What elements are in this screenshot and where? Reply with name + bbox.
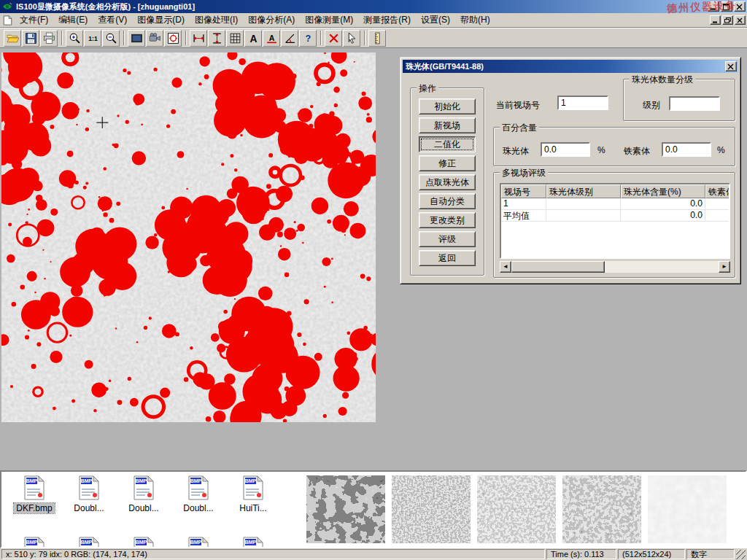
measure-angle-button[interactable] (281, 30, 298, 47)
grade-level-label: 级别 (643, 99, 660, 112)
camera-button[interactable] (146, 30, 163, 47)
op-button-auto-classify[interactable]: 自动分类 (419, 193, 476, 209)
thumbnail-1[interactable] (306, 475, 385, 543)
dialog-title-bar[interactable]: 珠光体(GB/T9441-88) (403, 60, 738, 73)
maximize-button[interactable] (721, 1, 732, 12)
scroll-right-arrow[interactable]: ► (719, 261, 730, 273)
child-minimize-button[interactable] (710, 15, 721, 25)
title-bar[interactable]: IS100显微摄像系统(金相分析版) - [zhuguangti01] (0, 0, 747, 13)
open-button[interactable] (4, 30, 21, 47)
measure-vertical-button[interactable] (208, 30, 225, 47)
print-button[interactable] (40, 30, 58, 47)
scroll-left-arrow[interactable]: ◄ (500, 261, 511, 273)
workspace: 珠光体(GB/T9441-88) 操作 初始化新视场二值化修正点取珠光体自动分类… (0, 48, 747, 470)
file-item-huiti-[interactable]: BMPHuiTi... (228, 475, 279, 513)
column-header-3[interactable]: 铁素体含量(%) (705, 184, 730, 198)
child-close-button[interactable] (735, 15, 746, 25)
menu-item-image-process[interactable]: 图像处理(I) (190, 12, 243, 28)
actual-size-button[interactable]: 1:1 (84, 30, 101, 47)
menu-item-view[interactable]: 查看(V) (93, 12, 132, 28)
svg-text:BMP: BMP (245, 540, 257, 545)
scroll-track[interactable] (511, 261, 719, 273)
file-item-partial-3[interactable]: BMP (173, 537, 224, 548)
table-horizontal-scrollbar[interactable]: ◄ ► (500, 261, 730, 273)
thumbnail-3[interactable] (477, 475, 556, 543)
grade-level-input[interactable] (669, 96, 720, 111)
dialog-close-icon (727, 63, 735, 70)
menu-item-measure-report[interactable]: 测量报告(R) (358, 12, 416, 28)
op-button-new-field[interactable]: 新视场 (419, 117, 476, 133)
menu-item-image-display[interactable]: 图像显示(D) (132, 12, 190, 28)
zoom-out-button[interactable] (102, 30, 120, 47)
file-item-doubl-[interactable]: BMPDoubl... (173, 475, 224, 513)
menu-item-file[interactable]: 文件(F) (15, 12, 53, 28)
column-header-2[interactable]: 珠光体含量(%) (621, 184, 705, 198)
close-button[interactable] (734, 1, 746, 12)
op-button-return[interactable]: 返回 (419, 250, 476, 266)
bmp-file-icon: BMP (22, 475, 47, 500)
menu-item-help[interactable]: 帮助(H) (455, 12, 495, 28)
file-item-partial-2[interactable]: BMP (118, 537, 169, 548)
font-style-icon: A (266, 32, 278, 44)
delete-measure-button[interactable] (325, 30, 342, 47)
measure-grid-button[interactable] (226, 30, 244, 47)
save-button[interactable] (22, 30, 39, 47)
minimize-button[interactable] (708, 1, 719, 12)
font-style-button[interactable]: A (263, 30, 280, 47)
column-header-0[interactable]: 视场号 (501, 184, 546, 198)
child-restore-button[interactable] (722, 15, 733, 25)
file-item-doubl-[interactable]: BMPDoubl... (118, 475, 169, 513)
thumbnail-4-image (562, 475, 641, 543)
bmp-file-icon: BMP (241, 537, 266, 548)
bmp-file-icon: BMP (186, 475, 211, 500)
help-button[interactable]: ? (299, 30, 317, 47)
op-button-pick-pearlite[interactable]: 点取珠光体 (419, 174, 476, 190)
thumbnail-5[interactable] (648, 475, 727, 543)
zoom-in-button[interactable] (66, 30, 83, 47)
menu-item-image-analysis[interactable]: 图像分析(A) (243, 12, 300, 28)
percentage-group-label: 百分含量 (500, 122, 539, 134)
file-item-partial-1[interactable]: BMP (63, 537, 115, 548)
file-item-dkf-bmp[interactable]: BMPDKF.bmp (9, 475, 60, 513)
column-header-1[interactable]: 珠光体级别 (546, 184, 621, 198)
specimen-image[interactable] (1, 52, 376, 422)
multifield-table[interactable]: 视场号珠光体级别珠光体含量(%)铁素体含量(%) 10.0平均值0.0 (500, 183, 730, 259)
pearlite-percent-input[interactable]: 0.0 (541, 142, 590, 157)
op-button-binarize[interactable]: 二值化 (419, 136, 476, 152)
ferrite-percent-input[interactable]: 0.0 (662, 142, 711, 157)
file-item-partial-4[interactable]: BMP (228, 537, 279, 548)
measure-horizontal-button[interactable] (190, 30, 207, 47)
menu-item-image-measure[interactable]: 图像测量(M) (300, 12, 358, 28)
thumbnail-1-image (306, 475, 385, 543)
mdi-child-icon[interactable] (1, 15, 13, 26)
file-item-partial-0[interactable]: BMP (9, 537, 60, 548)
op-button-change-class[interactable]: 更改类别 (419, 212, 476, 228)
measure-vertical-icon (211, 32, 223, 44)
table-row[interactable]: 平均值0.0 (501, 210, 729, 222)
camera-icon (149, 32, 161, 44)
resize-grip[interactable] (736, 550, 746, 559)
text-annotation-button[interactable]: A (244, 30, 262, 47)
capture-button[interactable] (164, 30, 182, 47)
table-cell (705, 198, 730, 209)
thumbnail-4[interactable] (562, 475, 641, 543)
scroll-thumb[interactable] (511, 261, 605, 273)
svg-text:BMP: BMP (190, 478, 202, 483)
pointer-button[interactable] (343, 30, 360, 47)
status-position: x: 510 y: 79 idx: 0 RGB: (174, 174, 174) (1, 549, 545, 559)
display-mode-button[interactable] (128, 30, 145, 47)
thumbnail-2[interactable] (392, 475, 471, 543)
minimize-icon (710, 4, 717, 10)
op-button-initialize[interactable]: 初始化 (419, 98, 476, 114)
ruler-button[interactable] (368, 30, 386, 47)
dialog-close-button[interactable] (725, 61, 737, 71)
current-field-input[interactable]: 1 (557, 96, 608, 110)
menu-item-settings[interactable]: 设置(S) (416, 12, 455, 28)
menu-item-edit[interactable]: 编辑(E) (53, 12, 93, 28)
specimen-image-canvas[interactable] (1, 52, 376, 422)
op-button-modify[interactable]: 修正 (419, 155, 476, 171)
file-browser-panel: BMPDKF.bmpBMPDoubl...BMPDoubl...BMPDoubl… (0, 470, 747, 548)
file-item-doubl-[interactable]: BMPDoubl... (63, 475, 115, 513)
table-row[interactable]: 10.0 (501, 198, 729, 210)
op-button-rate[interactable]: 评级 (419, 231, 476, 247)
